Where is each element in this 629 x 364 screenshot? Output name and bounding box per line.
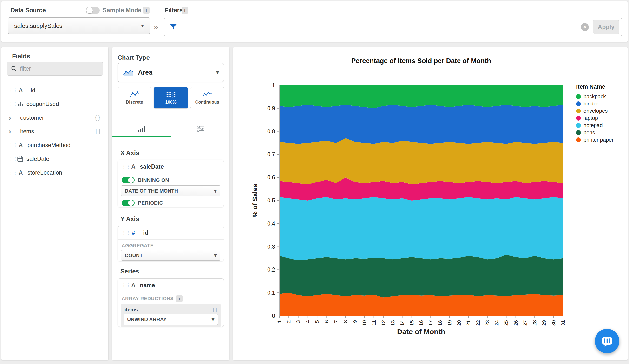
field-row-saleDate[interactable]: ⋮⋮saleDate [1,152,108,166]
area-pens[interactable] [279,255,563,297]
chevron-down-icon: ▾ [212,316,214,323]
periodic-row: PERIODIC [122,200,220,206]
subtype-100-percent-button[interactable]: 100% [154,87,188,108]
svg-text:2: 2 [286,320,291,323]
svg-text:14: 14 [399,320,405,326]
data-source-label: Data Source [10,7,46,14]
area-backpack[interactable] [279,85,563,108]
filters-info-icon[interactable] [181,7,188,14]
y-axis-field-chip[interactable]: ⋮⋮ # _id [118,226,224,240]
field-row-storeLocation[interactable]: ⋮⋮AstoreLocation [1,166,108,179]
sample-mode-info-icon[interactable] [143,7,150,14]
svg-text:22: 22 [475,320,481,326]
svg-text:25: 25 [503,320,509,326]
legend-swatch [576,94,581,99]
sample-mode-toggle[interactable] [86,7,100,14]
svg-text:0.2: 0.2 [267,266,275,273]
binning-row: BINNING ON [122,177,220,183]
subtype-discrete-button[interactable]: Discrete [118,87,152,108]
field-row-purchaseMethod[interactable]: ⋮⋮ApurchaseMethod [1,138,108,152]
binning-unit-select[interactable]: DATE OF THE MONTH ▾ [121,185,220,196]
field-row-_id[interactable]: ⋮⋮A_id [1,83,108,97]
expand-chevron-icon[interactable]: › [9,128,14,135]
legend-swatch [576,130,581,135]
svg-text:23: 23 [484,320,490,326]
legend-item-binder[interactable]: binder [576,100,626,107]
x-axis-field-chip[interactable]: ⋮⋮ A saleDate [118,160,224,173]
filter-bar: Apply [164,18,622,36]
chart-type-select[interactable]: Area ▾ [118,63,224,82]
svg-text:7: 7 [333,320,339,323]
svg-text:0.8: 0.8 [267,128,275,134]
area-binder[interactable] [279,105,563,144]
drag-handle[interactable]: ⋮⋮ [9,87,14,93]
string-type-icon: A [17,87,24,94]
clear-filter-icon[interactable] [581,23,589,31]
chart-preview-panel: 00.10.20.30.40.50.60.70.80.9112345678910… [233,47,628,360]
area-notepad[interactable] [279,197,563,261]
legend-item-laptop[interactable]: laptop [576,115,626,122]
field-row-couponUsed[interactable]: ⋮⋮couponUsed [1,97,108,111]
drag-handle[interactable]: ⋮⋮ [122,164,127,169]
field-search-input[interactable] [20,65,99,72]
svg-text:0.1: 0.1 [267,290,275,296]
drag-handle[interactable]: ⋮⋮ [9,101,14,107]
svg-text:1: 1 [272,82,275,88]
fields-panel-title: Fields [12,52,30,60]
drag-handle[interactable]: ⋮⋮ [122,282,127,288]
string-type-icon: A [130,163,137,170]
fields-panel: Fields ⋮⋮A_id⋮⋮couponUsed›customer{ }›it… [1,47,108,360]
filter-expression-input[interactable] [177,24,581,31]
chart-title: Percentage of Items Sold per Date of Mon… [351,57,491,65]
data-source-select[interactable]: sales.supplySales ▾ [8,17,150,34]
svg-text:8: 8 [343,320,348,323]
svg-text:31: 31 [560,320,566,326]
expand-chevron-icon[interactable]: › [9,114,14,121]
y-axis-section-title: Y Axis [120,215,139,223]
array-reduction-box: items [ ] UNWIND ARRAY ▾ [121,304,221,327]
chart-type-value: Area [138,69,153,76]
array-reductions-label: ARRAY REDUCTIONS [122,296,174,301]
unwind-array-select[interactable]: UNWIND ARRAY ▾ [124,314,218,325]
legend-swatch [576,101,581,106]
svg-text:10: 10 [361,320,367,326]
legend-item-backpack[interactable]: backpack [576,93,626,100]
continuous-area-icon [202,91,213,98]
field-row-customer[interactable]: ›customer{ } [1,111,108,124]
legend-item-pens[interactable]: pens [576,129,626,136]
tab-encode[interactable] [112,121,171,137]
boolean-type-icon [17,101,23,107]
area-envelopes[interactable] [279,138,563,184]
tab-customize[interactable] [171,121,229,137]
drag-handle[interactable]: ⋮⋮ [9,170,14,175]
subtype-continuous-button[interactable]: Continuous [190,87,224,108]
legend-item-printer-paper[interactable]: printer paper [576,136,626,143]
apply-button[interactable]: Apply [593,20,619,34]
svg-text:0.9: 0.9 [267,105,275,112]
binning-toggle[interactable] [122,177,135,183]
array-reductions-info-icon[interactable] [176,295,182,302]
aggregate-select[interactable]: COUNT ▾ [121,250,220,261]
binning-label: BINNING ON [138,177,169,183]
periodic-toggle[interactable] [122,200,135,206]
field-search-box[interactable] [7,62,103,76]
area-printer-paper[interactable] [279,293,563,316]
drag-handle[interactable]: ⋮⋮ [9,142,14,148]
legend-item-envelopes[interactable]: envelopes [576,107,626,115]
series-field-name: name [140,282,155,289]
series-field-chip[interactable]: ⋮⋮ A name [118,278,224,292]
chart-subtype-buttons: Discrete 100% Continuous [118,87,224,108]
svg-text:0.3: 0.3 [267,244,275,250]
string-type-icon: A [17,169,24,176]
field-row-items[interactable]: ›items[ ] [1,124,108,138]
svg-text:0.7: 0.7 [267,151,275,157]
legend-item-notepad[interactable]: notepad [576,122,626,129]
svg-text:13: 13 [390,320,395,326]
chat-launcher-button[interactable] [595,329,619,354]
chevron-down-icon: ▾ [214,188,217,194]
legend-swatch [576,116,581,121]
double-chevron-icon[interactable]: » [154,22,158,31]
drag-handle[interactable]: ⋮⋮ [9,156,14,161]
drag-handle[interactable]: ⋮⋮ [122,230,127,236]
chart-config-panel: Chart Type Area ▾ Discrete 100% [112,47,229,360]
